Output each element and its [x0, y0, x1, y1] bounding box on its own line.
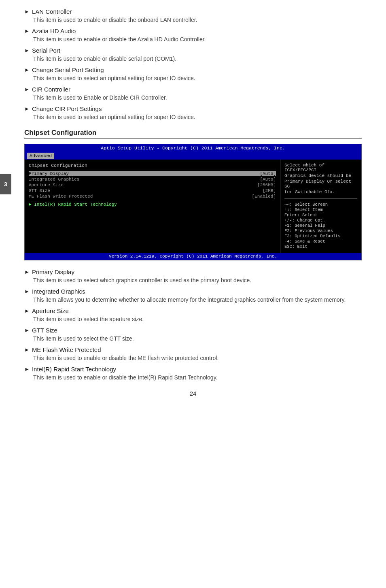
bios-field-integrated-graphics[interactable]: Integrated Graphics [Auto]	[29, 177, 276, 182]
bottom-items-list: ► Primary Display This item is used to s…	[24, 268, 362, 382]
item-title-text: ME Flash Write Protected	[32, 346, 101, 353]
item-desc-text: This item is used to select an optimal s…	[33, 113, 362, 121]
side-tab: 3	[0, 174, 11, 194]
list-item: ► Azalia HD Audio This item is used to e…	[24, 28, 362, 44]
bios-field-gtt-size[interactable]: GTT Size [2MB]	[29, 188, 276, 193]
list-item: ► LAN Controller This item is used to en…	[24, 8, 362, 24]
bios-rapid-start-link[interactable]: ► Intel(R) Rapid Start Technology	[29, 202, 276, 207]
bios-help-line: Select which of IGFX/PEG/PCI	[284, 163, 357, 173]
list-item: ► Change CIR Port Settings This item is …	[24, 105, 362, 121]
arrow-icon: ►	[24, 47, 30, 53]
item-title-text: Change Serial Port Setting	[32, 66, 104, 73]
bios-field-label: Aperture Size	[29, 183, 64, 187]
bios-field-label: ME Flash Write Protected	[29, 194, 93, 199]
list-item: ► Aperture Size This item is used to sel…	[24, 307, 362, 324]
top-items-list: ► LAN Controller This item is used to en…	[24, 8, 362, 121]
list-item: ► CIR Controller This item is used to En…	[24, 86, 362, 102]
item-desc-text: This item is used to Enable or Disable C…	[33, 94, 362, 102]
item-desc-text: This item is used to select the aperture…	[33, 315, 362, 324]
bios-field-label: Integrated Graphics	[29, 177, 79, 182]
item-desc-text: This item is used to enable or disable t…	[33, 16, 362, 24]
item-desc-text: This item is used to enable or disable t…	[33, 373, 362, 382]
arrow-icon: ►	[24, 288, 30, 294]
bios-field-value: [2MB]	[263, 188, 276, 193]
bios-field-value: [Enabled]	[252, 194, 276, 199]
bios-field-aperture-size[interactable]: Aperture Size [256MB]	[29, 183, 276, 187]
section-heading: Chipset Configuration	[24, 129, 362, 139]
arrow-icon: ►	[24, 366, 30, 372]
item-title-text: Change CIR Port Settings	[32, 105, 102, 112]
arrow-icon: ►	[24, 28, 30, 34]
item-title-text: CIR Controller	[32, 86, 70, 93]
item-title-text: Azalia HD Audio	[32, 28, 76, 34]
list-item: ► Primary Display This item is used to s…	[24, 268, 362, 285]
item-title-text: LAN Controller	[32, 8, 72, 15]
item-title-text: Integrated Graphics	[32, 288, 85, 295]
item-title-text: GTT Size	[32, 327, 57, 334]
item-title-text: Serial Port	[32, 47, 60, 54]
bios-hint-line: +/-: Change Opt.	[284, 218, 357, 223]
list-item: ► GTT Size This item is used to select t…	[24, 327, 362, 343]
bios-left-panel: Chipset Configuration Primary Display [A…	[25, 160, 280, 253]
bios-field-value: [Auto]	[260, 171, 276, 176]
list-item: ► Integrated Graphics This item allows y…	[24, 288, 362, 304]
bios-footer: Version 2.14.1219. Copyright (C) 2011 Am…	[25, 253, 361, 260]
item-title-text: Primary Display	[32, 268, 74, 275]
bios-tab-active[interactable]: Advanced	[27, 153, 54, 159]
bios-section-title: Chipset Configuration	[29, 163, 276, 168]
item-desc-text: This item is used to select the GTT size…	[33, 334, 362, 343]
bios-screenshot: Aptio Setup Utility - Copyright (C) 2011…	[24, 144, 362, 260]
bios-hint-line: F4: Save & Reset	[284, 239, 357, 244]
list-item: ► Change Serial Port Setting This item i…	[24, 66, 362, 83]
bios-hint-line: F3: Optimized Defaults	[284, 234, 357, 239]
page-number: 24	[24, 390, 362, 397]
bios-field-value: [256MB]	[257, 183, 276, 187]
bios-help-line: Graphics device should be	[284, 173, 357, 178]
bios-hint-line: ESC: Exit	[284, 244, 357, 249]
bios-hint-line: Enter: Select	[284, 213, 357, 217]
bios-field-value: [Auto]	[260, 177, 276, 182]
arrow-icon: ►	[24, 9, 30, 15]
arrow-icon: ►	[24, 67, 30, 73]
bios-hint-line: F1: General Help	[284, 223, 357, 228]
bios-field-me-flash[interactable]: ME Flash Write Protected [Enabled]	[29, 194, 276, 199]
bios-header: Aptio Setup Utility - Copyright (C) 2011…	[25, 144, 361, 152]
bios-hint-line: ↑↓: Select Item	[284, 207, 357, 212]
list-item: ► Intel(R) Rapid Start Technology This i…	[24, 366, 362, 382]
bios-tab-row: Advanced	[25, 152, 361, 160]
bios-hint-line: F2: Previous Values	[284, 228, 357, 233]
bios-help-line: for Switchable Gfx.	[284, 190, 357, 194]
page-wrapper: 3 ► LAN Controller This item is used to …	[0, 0, 386, 413]
item-title-text: Aperture Size	[32, 307, 69, 314]
arrow-icon: ►	[24, 269, 30, 275]
item-desc-text: This item is used to select an optimal s…	[33, 74, 362, 83]
arrow-icon: ►	[24, 347, 30, 353]
item-title-text: Intel(R) Rapid Start Technology	[32, 366, 116, 373]
item-desc-text: This item allows you to determine whethe…	[33, 296, 362, 304]
arrow-icon: ►	[24, 86, 30, 92]
bios-hints: →←: Select Screen ↑↓: Select Item Enter:…	[284, 198, 357, 249]
item-desc-text: This item is used to enable or disable t…	[33, 35, 362, 44]
item-desc-text: This item is used to select which graphi…	[33, 276, 362, 285]
bios-field-label: GTT Size	[29, 188, 50, 193]
bios-body: Chipset Configuration Primary Display [A…	[25, 160, 361, 253]
list-item: ► ME Flash Write Protected This item is …	[24, 346, 362, 362]
bios-link-label: ► Intel(R) Rapid Start Technology	[29, 202, 117, 207]
side-tab-label: 3	[4, 181, 7, 187]
bios-hint-line: →←: Select Screen	[284, 202, 357, 207]
arrow-icon: ►	[24, 106, 30, 112]
arrow-icon: ►	[24, 327, 30, 333]
item-desc-text: This item is used to enable or disable s…	[33, 55, 362, 63]
bios-help-text: Select which of IGFX/PEG/PCI Graphics de…	[284, 163, 357, 194]
list-item: ► Serial Port This item is used to enabl…	[24, 47, 362, 63]
bios-help-line: Primary Display Or select SG	[284, 179, 357, 189]
bios-field-primary-display[interactable]: Primary Display [Auto]	[29, 171, 276, 176]
bios-field-label: Primary Display	[29, 171, 69, 176]
bios-right-panel: Select which of IGFX/PEG/PCI Graphics de…	[280, 160, 361, 253]
arrow-icon: ►	[24, 308, 30, 314]
item-desc-text: This item is used to enable or disable t…	[33, 354, 362, 362]
